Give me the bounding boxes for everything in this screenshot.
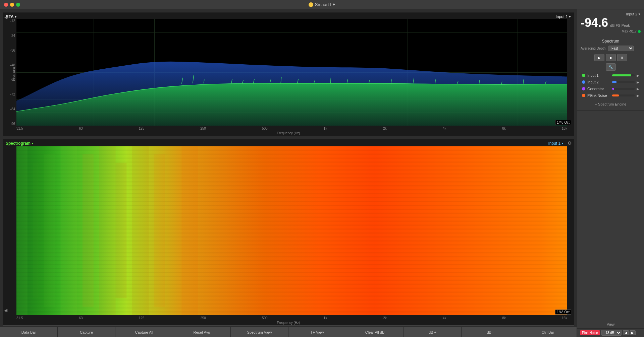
capture-all-button[interactable]: Capture All: [115, 327, 173, 337]
level-unit-label: dB FS Peak: [610, 24, 630, 27]
stop-button[interactable]: ■: [606, 54, 616, 61]
settings-wrench-button[interactable]: 🔧: [606, 63, 616, 71]
db-arrow-left-button[interactable]: ◀: [623, 330, 629, 335]
db-arrow-buttons: ◀ ▶: [623, 330, 636, 335]
transport-controls: ▶ ■ ⏸: [581, 54, 641, 61]
level-max-label: Max -91.7: [622, 29, 637, 33]
level-db-value: -94.6: [581, 17, 608, 29]
rta-chevron-icon[interactable]: ▼: [14, 15, 17, 18]
rta-x-axis: 31.5 63 125 250 500 1k 2k 4k 8k 16k: [16, 127, 567, 130]
p9ink-menu-button[interactable]: ▶: [637, 94, 639, 97]
signal-input2: Input 2 ▶: [581, 79, 641, 85]
db-minus-button[interactable]: dB -: [462, 327, 519, 337]
x-label-3: 125: [139, 127, 145, 130]
tf-view-button[interactable]: TF View: [288, 327, 346, 337]
app-icon: [309, 2, 313, 7]
generator-menu-button[interactable]: ▶: [637, 87, 639, 91]
input-selector-chevron[interactable]: ▼: [638, 13, 641, 16]
svg-rect-1: [33, 163, 38, 298]
x-label-5: 500: [262, 127, 268, 130]
input2-dot: [582, 80, 585, 84]
input2-menu-button[interactable]: ▶: [637, 80, 639, 84]
generator-bar: [612, 88, 614, 90]
db-arrow-right-button[interactable]: ▶: [630, 330, 636, 335]
spec-x-2: 63: [79, 316, 83, 320]
input2-bar-container: [612, 81, 635, 83]
level-peak-row: Max -91.7: [581, 29, 641, 33]
rta-chart-area: [16, 19, 567, 126]
svg-rect-6: [116, 163, 127, 298]
y-label-4: -48: [10, 63, 15, 67]
spec-input-chevron-icon[interactable]: ▼: [561, 142, 564, 145]
spec-x-8: 4k: [443, 316, 446, 320]
spec-x-10: 16k: [562, 316, 567, 320]
capture-button[interactable]: Capture: [58, 327, 115, 337]
avg-depth-select[interactable]: Fast Medium Slow Very Slow: [608, 46, 634, 51]
spectrum-section: Spectrum Averaging Depth: Fast Medium Sl…: [577, 36, 644, 111]
rta-toggle-left[interactable]: ◀: [4, 15, 7, 20]
rta-green-spectrum: [16, 19, 567, 126]
spec-y-axis: [3, 146, 16, 315]
input1-bar-container: [612, 74, 635, 76]
spec-close-icon[interactable]: ✕: [4, 309, 8, 313]
y-label-8: -96: [10, 122, 15, 126]
rta-header: RTA ▼: [6, 14, 17, 19]
spec-x-7: 2k: [383, 316, 387, 320]
spec-x-6: 1k: [324, 316, 327, 320]
bottom-toolbar: Data Bar Capture Capture All Reset Avg S…: [0, 327, 577, 337]
rta-input-chevron-icon[interactable]: ▼: [569, 15, 571, 18]
input1-dot: [582, 74, 585, 77]
app-title: Smaart LE: [309, 2, 335, 7]
p9ink-bar-container: [612, 94, 635, 96]
spectrum-view-button[interactable]: Spectrum View: [231, 327, 288, 337]
svg-rect-9: [182, 146, 198, 315]
data-bar-button[interactable]: Data Bar: [0, 327, 58, 337]
add-spectrum-engine-button[interactable]: + Spectrum Engine: [581, 101, 641, 108]
rta-oct-badge[interactable]: 1/48 Oct: [555, 120, 571, 125]
spec-x-3: 125: [139, 316, 145, 320]
sidebar-spacer: [577, 111, 644, 320]
spec-oct-badge[interactable]: 1/48 Oct: [555, 310, 571, 315]
svg-rect-3: [60, 146, 77, 315]
view-label: View: [577, 320, 644, 328]
signal-p9ink-noise: P9ink Noise ▶: [581, 93, 641, 98]
pause-button[interactable]: ⏸: [617, 54, 627, 61]
input-2-selector[interactable]: Input 2 ▼: [626, 12, 641, 16]
rta-panel: RTA ▼ Input 1 ▼ ◀ -12 -24 -36 -48 -60 -7…: [3, 12, 574, 136]
spec-x-axis-title: Frequency (Hz): [277, 321, 300, 325]
svg-rect-5: [99, 146, 115, 315]
maximize-button[interactable]: [16, 3, 20, 7]
spectrogram-input-selector[interactable]: Input 1 ▼: [548, 141, 564, 146]
spectrogram-gear-button[interactable]: ⚙: [568, 140, 572, 146]
db-plus-button[interactable]: dB +: [404, 327, 462, 337]
spec-x-5: 500: [262, 316, 268, 320]
clear-all-db-button[interactable]: Clear All dB: [346, 327, 404, 337]
signal-list: Input 1 ▶ Input 2 ▶: [581, 73, 641, 98]
generator-bar-container: [612, 88, 635, 90]
y-label-7: -84: [10, 107, 15, 111]
spec-noise-overlay: [16, 146, 567, 315]
y-label-6: -72: [10, 92, 15, 96]
ctrl-bar-button[interactable]: Ctrl Bar: [519, 327, 577, 337]
spec-x-axis: 31.5 63 125 250 500 1k 2k 4k 8k 16k: [16, 316, 567, 320]
minimize-button[interactable]: [10, 3, 14, 7]
x-label-7: 2k: [383, 127, 387, 130]
spectrum-section-title: Spectrum: [581, 39, 641, 44]
spectrogram-header: Spectrogram ▼: [6, 141, 34, 146]
bottom-right-controls: Pink Noise -13 dB ◀ ▶: [577, 328, 644, 337]
y-label-1: -12: [10, 19, 15, 23]
pink-noise-button[interactable]: Pink Noise: [580, 330, 600, 335]
window-controls[interactable]: [4, 3, 20, 7]
input1-menu-button[interactable]: ▶: [637, 74, 639, 77]
db-level-select[interactable]: -13 dB: [601, 330, 622, 336]
reset-avg-button[interactable]: Reset Avg: [173, 327, 231, 337]
spec-x-4: 250: [200, 316, 206, 320]
close-button[interactable]: [4, 3, 8, 7]
play-button[interactable]: ▶: [594, 54, 604, 61]
x-label-10: 16k: [562, 127, 567, 130]
rta-input-selector[interactable]: Input 1 ▼: [555, 14, 571, 19]
input1-bar: [612, 74, 631, 76]
x-label-4: 250: [200, 127, 206, 130]
level-display: Input 2 ▼ -94.6 dB FS Peak Max -91.7: [577, 9, 644, 36]
spectrogram-chevron-icon[interactable]: ▼: [31, 142, 34, 145]
